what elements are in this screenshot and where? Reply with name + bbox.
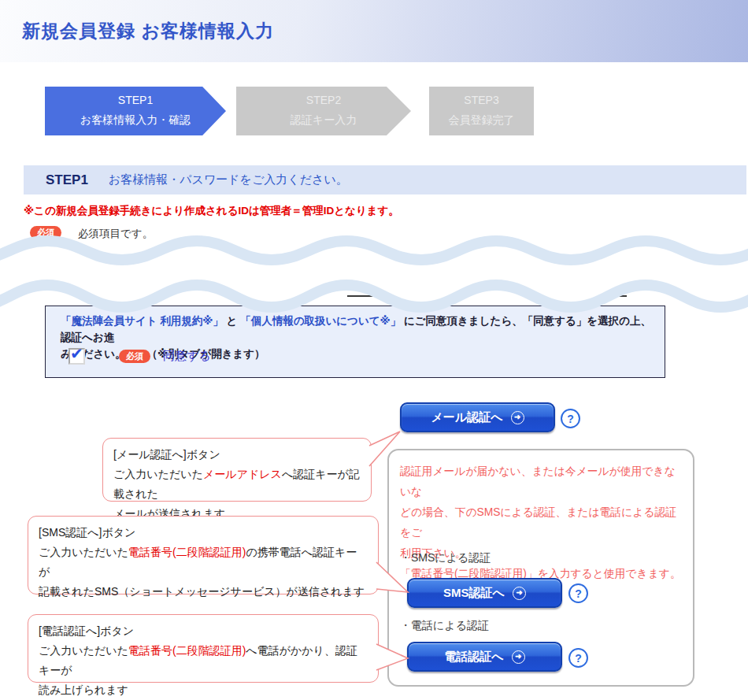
privacy-link[interactable]: 「個人情報の取扱いについて※」 [240,315,401,327]
mail-auth-button-label: メール認証へ [431,410,502,425]
callout-title: [電話認証へ]ボタン [39,621,368,641]
step-sublabel: 会員登録完了 [429,113,534,128]
step-label: STEP1 [45,94,226,106]
sms-auth-button-label: SMS認証へ [443,586,505,601]
sms-auth-callout: [SMS認証へ]ボタン ご入力いただいた電話番号(二段階認証用)の携帯電話へ認証… [28,516,379,594]
sms-help-icon[interactable]: ? [568,583,588,603]
arrow-right-icon: ➜ [512,650,525,664]
phone-auth-button[interactable]: 電話認証へ ➜ [407,642,562,672]
required-note: 必須項目です。 [78,227,153,241]
phone-help-icon[interactable]: ? [568,648,588,668]
agree-row: ✔ 必須 同意する [69,344,211,368]
step-indicator-2: STEP2 認証キー入力 [236,87,411,135]
section-step-label: STEP1 [46,172,88,188]
arrow-right-icon: ➜ [513,587,526,600]
agree-label: 同意する [163,349,211,364]
check-icon: ✔ [70,344,83,363]
callout-body: ご入力いただいた電話番号(二段階認証用)の携帯電話へ認証キーが [39,543,368,582]
mail-auth-button[interactable]: メール認証へ ➜ [400,402,555,432]
callout-body: 記載されたSMS（ショートメッセージサービス）が送信されます [39,582,368,602]
required-badge: 必須 [30,226,61,239]
cut-table-border [75,295,116,297]
arrow-right-icon: ➜ [511,411,524,424]
mail-auth-callout: [メール認証へ]ボタン ご入力いただいたメールアドレスへ認証キーが記載された メ… [102,438,372,502]
notice-line: 認証用メールが届かない、または今メールが使用できないな [400,461,685,502]
callout-title: [メール認証へ]ボタン [113,445,361,465]
callout-title: [SMS認証へ]ボタン [39,523,368,543]
phone-auth-button-label: 電話認証へ [444,650,503,665]
sms-auth-button[interactable]: SMS認証へ ➜ [407,578,562,608]
sms-bullet: ・SMSによる認証 [400,551,491,565]
callout-body: 読み上げられます [39,680,368,700]
section-heading: STEP1 お客様情報・パスワードをご入力ください。 [24,165,746,194]
phone-auth-callout: [電話認証へ]ボタン ご入力いただいた電話番号(二段階認証用)へ電話がかかり、認… [28,614,379,683]
registration-page: 新規会員登録 お客様情報入力 STEP1 お客様情報入力・確認 STEP2 認証… [0,0,748,700]
page-header: 新規会員登録 お客様情報入力 [0,0,748,62]
agreement-text-mid: と [224,315,240,327]
step-indicator-3: STEP3 会員登録完了 [429,87,534,135]
section-message: お客様情報・パスワードをご入力ください。 [109,172,348,187]
mail-help-icon[interactable]: ? [561,409,580,428]
terms-link[interactable]: 「魔法陣会員サイト 利用規約※」 [61,315,224,327]
step-label: STEP2 [236,94,411,106]
step-indicator-1: STEP1 お客様情報入力・確認 [45,87,226,135]
step-sublabel: お客様情報入力・確認 [45,113,226,128]
cut-table-border [347,295,388,297]
callout-emphasis: メールアドレス [203,468,282,480]
notice-line: どの場合、下のSMSによる認証、または電話による認証をご [400,502,685,543]
agreement-box: 「魔法陣会員サイト 利用規約※」 と 「個人情報の取扱いについて※」 にご同意頂… [45,306,665,378]
required-badge: 必須 [119,350,150,363]
page-title: 新規会員登録 お客様情報入力 [22,19,274,43]
callout-body: ご入力いただいた電話番号(二段階認証用)へ電話がかかり、認証キーが [39,641,368,680]
phone-bullet: ・電話による認証 [400,619,489,633]
alt-auth-notice: 認証用メールが届かない、または今メールが使用できないな どの場合、下のSMSによ… [400,461,685,584]
step-sublabel: 認証キー入力 [236,113,411,128]
callout-emphasis: 電話番号(二段階認証用) [128,644,246,657]
cut-table-border [586,295,627,297]
agree-checkbox[interactable]: ✔ [69,348,85,365]
admin-id-note: ※この新規会員登録手続きにより作成されるIDは管理者＝管理IDとなります。 [24,204,399,218]
callout-body: ご入力いただいたメールアドレスへ認証キーが記載された [113,465,361,504]
callout-emphasis: 電話番号(二段階認証用) [128,546,246,558]
step-label: STEP3 [429,94,534,106]
